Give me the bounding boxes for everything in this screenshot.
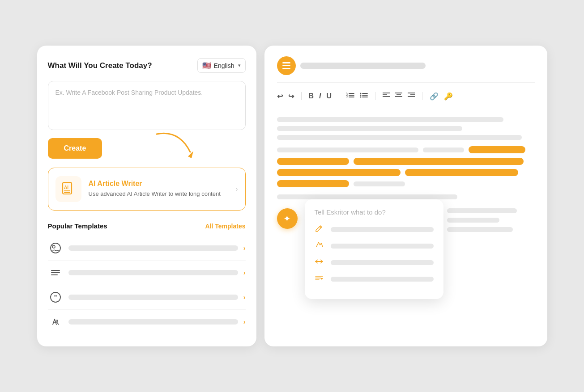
- clear-format-button[interactable]: 🔑: [444, 92, 453, 101]
- summarize-icon: [315, 274, 325, 285]
- template-icon-1: [48, 240, 63, 256]
- align-center-button[interactable]: [395, 92, 402, 100]
- align-right-button[interactable]: [408, 92, 415, 100]
- editor-topbar: [277, 56, 535, 83]
- align-left-button[interactable]: [383, 92, 390, 100]
- content-line: [447, 218, 500, 223]
- content-line: [354, 181, 405, 186]
- list-item[interactable]: ›: [48, 236, 246, 261]
- highlighted-text: [469, 146, 525, 153]
- ai-assistant-button[interactable]: ✦: [277, 208, 298, 229]
- all-templates-link[interactable]: All Templates: [205, 223, 246, 230]
- edit-icon: [315, 224, 325, 235]
- expand-icon: [315, 257, 325, 268]
- tell-placeholder-text: Tell Eskritor what to do?: [315, 208, 434, 216]
- template-chevron-2-icon: ›: [243, 269, 246, 276]
- unordered-list-button[interactable]: [360, 92, 368, 101]
- textarea-placeholder: Ex. Write A Facebook Post Sharing Produc…: [55, 88, 238, 97]
- template-icon-4: [48, 314, 63, 329]
- highlighted-text: [277, 180, 349, 187]
- tell-bar-4: [331, 277, 434, 282]
- toolbar-divider-3: [375, 92, 375, 100]
- ai-article-icon: AI: [60, 181, 77, 198]
- menu-button[interactable]: [277, 56, 296, 75]
- panel-title: What Will You Create Today?: [48, 61, 152, 70]
- svg-text:3.: 3.: [346, 95, 349, 98]
- ai-writer-description: Use advanced AI Article Writer to write …: [89, 190, 229, 198]
- toolbar-divider-4: [422, 92, 422, 100]
- ai-writer-title: AI Article Writer: [89, 180, 229, 188]
- undo-button[interactable]: ↩: [277, 92, 283, 101]
- ai-writer-text: AI Article Writer Use advanced AI Articl…: [89, 180, 229, 198]
- ai-suggestion-card[interactable]: Tell Eskritor what to do?: [305, 199, 443, 299]
- tell-item-1[interactable]: [315, 224, 434, 235]
- svg-point-23: [360, 95, 362, 96]
- tell-item-2[interactable]: [315, 240, 434, 252]
- template-chevron-3-icon: ›: [243, 294, 246, 301]
- content-line: [277, 148, 419, 152]
- flag-icon: 🇺🇸: [202, 61, 211, 70]
- language-label: English: [214, 62, 234, 69]
- highlighted-text: [277, 169, 401, 176]
- panel-header: What Will You Create Today? 🇺🇸 English ▾: [48, 58, 246, 73]
- rewrite-icon: [315, 240, 325, 252]
- bold-button[interactable]: B: [309, 92, 314, 100]
- template-bar-3: [68, 295, 238, 300]
- svg-point-22: [360, 93, 362, 94]
- list-item[interactable]: ›: [48, 310, 246, 334]
- svg-point-5: [52, 245, 55, 248]
- ai-article-writer-card[interactable]: AI AI Article Writer Use advanced AI Art…: [48, 168, 246, 211]
- list-item[interactable]: ›: [48, 261, 246, 285]
- content-line: [277, 135, 522, 140]
- editor-toolbar: ↩ ↪ B I U 1.2.3. 🔗 🔑: [277, 92, 535, 107]
- list-item[interactable]: " ›: [48, 285, 246, 310]
- template-chevron-4-icon: ›: [243, 318, 246, 325]
- link-button[interactable]: 🔗: [430, 92, 439, 101]
- svg-line-11: [57, 322, 59, 325]
- highlighted-text: [354, 158, 524, 165]
- content-line: [447, 227, 513, 232]
- templates-title: Popular Templates: [48, 222, 107, 230]
- create-textarea[interactable]: Ex. Write A Facebook Post Sharing Produc…: [48, 81, 246, 130]
- document-title-bar: [300, 63, 426, 69]
- create-button[interactable]: Create: [48, 138, 102, 159]
- svg-text:AI: AI: [64, 185, 68, 190]
- svg-line-34: [320, 227, 321, 228]
- italic-button[interactable]: I: [319, 92, 321, 100]
- right-panel: ↩ ↪ B I U 1.2.3. 🔗 🔑: [264, 46, 547, 346]
- chevron-down-icon: ▾: [238, 63, 241, 68]
- ai-writer-chevron-icon: ›: [235, 185, 238, 193]
- highlighted-text: [277, 158, 349, 165]
- content-line: [277, 126, 463, 131]
- toolbar-divider-2: [339, 92, 339, 100]
- template-bar-4: [68, 319, 238, 325]
- underline-button[interactable]: U: [327, 92, 332, 100]
- tell-bar-1: [331, 227, 434, 232]
- template-bar-1: [68, 245, 238, 251]
- template-bar-2: [68, 270, 238, 275]
- template-chevron-1-icon: ›: [243, 244, 246, 252]
- content-line: [277, 194, 457, 199]
- svg-point-4: [51, 243, 60, 253]
- hamburger-icon: [282, 62, 290, 69]
- svg-point-24: [360, 97, 362, 98]
- tell-bar-3: [331, 260, 434, 265]
- template-icon-3: ": [48, 290, 63, 305]
- ordered-list-button[interactable]: 1.2.3.: [346, 92, 354, 101]
- templates-section-header: Popular Templates All Templates: [48, 222, 246, 230]
- left-panel: What Will You Create Today? 🇺🇸 English ▾…: [37, 46, 256, 346]
- language-selector[interactable]: 🇺🇸 English ▾: [197, 58, 246, 73]
- redo-button[interactable]: ↪: [288, 92, 294, 101]
- content-line: [423, 148, 464, 152]
- tell-item-3[interactable]: [315, 257, 434, 268]
- svg-text:": ": [54, 294, 57, 301]
- template-icon-2: [48, 265, 63, 280]
- highlighted-text: [405, 169, 518, 176]
- tell-bar-2: [331, 244, 434, 249]
- sparkle-icon: ✦: [283, 213, 291, 224]
- toolbar-divider-1: [301, 92, 302, 100]
- tell-item-4[interactable]: [315, 274, 434, 285]
- content-line: [447, 208, 517, 213]
- ai-icon-box: AI: [55, 176, 81, 202]
- editor-content[interactable]: ✦ Tell Eskritor what to do?: [277, 117, 535, 307]
